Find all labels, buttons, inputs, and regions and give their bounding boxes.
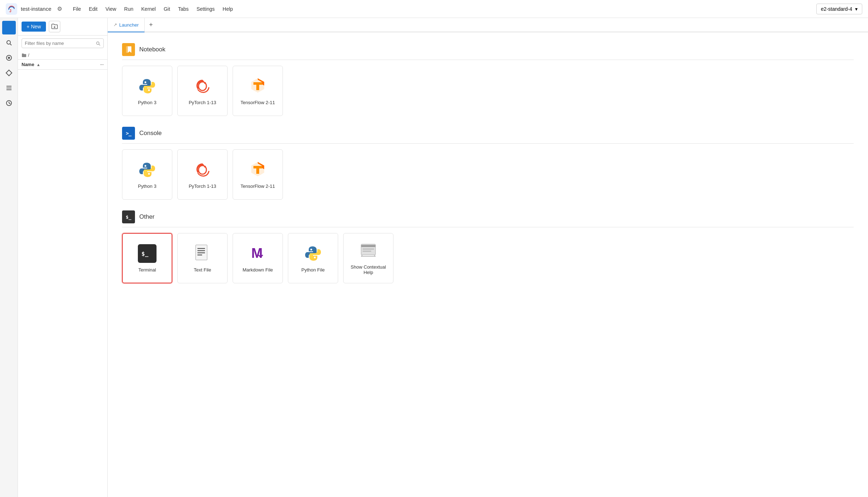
other-section-title: Other [139, 213, 155, 220]
contextual-help-icon [359, 241, 378, 260]
folder-plus-icon [51, 23, 58, 30]
menu-git[interactable]: Git [160, 5, 174, 13]
search-icon [96, 41, 101, 46]
card-terminal[interactable]: $_ Terminal [122, 233, 172, 283]
markdown-icon: M [248, 244, 267, 263]
menu-run[interactable]: Run [121, 5, 137, 13]
icon-sidebar [0, 18, 18, 497]
running-icon [5, 54, 13, 61]
textfile-logo [194, 244, 211, 263]
clock-icon [5, 99, 13, 107]
section-notebook-header: Notebook [122, 43, 854, 60]
notebook-cards: Python 3 [122, 66, 854, 116]
svg-point-21 [204, 82, 206, 84]
breadcrumb-path: / [28, 52, 29, 58]
card-tensorflow-notebook[interactable]: TensorFlow 2-11 [233, 66, 283, 116]
sidebar-item-git[interactable] [2, 66, 16, 80]
svg-line-3 [10, 44, 11, 45]
menu-help[interactable]: Help [219, 5, 237, 13]
tensorflow-console-icon [248, 161, 267, 179]
svg-rect-39 [363, 249, 374, 250]
git-icon [5, 69, 13, 76]
menu-edit[interactable]: Edit [85, 5, 101, 13]
card-tensorflow-console[interactable]: TensorFlow 2-11 [233, 149, 283, 200]
tab-launcher[interactable]: ↗ Launcher [108, 18, 145, 32]
menu-settings[interactable]: Settings [193, 5, 218, 13]
svg-point-5 [8, 57, 10, 59]
tab-add-button[interactable]: + [145, 18, 157, 32]
sidebar-item-running[interactable] [2, 51, 16, 65]
menu-tabs[interactable]: Tabs [174, 5, 192, 13]
card-pythonfile[interactable]: Python File [288, 233, 338, 283]
more-actions-icon[interactable]: ··· [100, 62, 104, 67]
instance-select[interactable]: e2-standard-4 ▾ [816, 4, 862, 14]
pytorch-logo-icon [193, 77, 212, 96]
breadcrumb: / [18, 51, 107, 60]
sidebar-item-search[interactable] [2, 36, 16, 50]
new-file-button[interactable]: + New [22, 22, 46, 32]
folder-icon [5, 24, 13, 31]
python3-console-icon [138, 161, 157, 179]
markdown-label: Markdown File [243, 267, 273, 273]
menu-kernel[interactable]: Kernel [138, 5, 159, 13]
sidebar-item-toc[interactable] [2, 81, 16, 95]
file-panel: + New / [18, 18, 108, 497]
menu-file[interactable]: File [69, 5, 85, 13]
name-column-label: Name [22, 62, 34, 67]
search-input[interactable] [25, 41, 94, 46]
main-content: ↗ Launcher + Notebook [108, 18, 868, 497]
card-textfile[interactable]: Text File [177, 233, 228, 283]
python3-nb-icon [138, 77, 157, 96]
other-section-icon: $_ [122, 210, 135, 223]
menu-view[interactable]: View [102, 5, 120, 13]
card-pytorch-notebook[interactable]: PyTorch 1-13 [177, 66, 228, 116]
section-console: >_ Console [122, 127, 854, 200]
console-section-icon: >_ [122, 127, 135, 140]
console-cards: Python 3 [122, 149, 854, 200]
card-pytorch-console[interactable]: PyTorch 1-13 [177, 149, 228, 200]
card-python3-notebook[interactable]: Python 3 [122, 66, 172, 116]
file-panel-toolbar: + New [18, 18, 107, 36]
svg-rect-17 [126, 46, 128, 53]
sidebar-item-history[interactable] [2, 96, 16, 110]
svg-rect-38 [361, 245, 375, 247]
console-section-title: Console [139, 130, 162, 137]
logo-area: J test-instance ⚙ [6, 3, 62, 15]
section-other: $_ Other $_ Terminal [122, 210, 854, 283]
tensorflow-nb-label: TensorFlow 2-11 [241, 100, 275, 105]
tensorflow-nb-icon [248, 77, 267, 96]
terminal-label: Terminal [138, 267, 156, 273]
tensorflow-console-label: TensorFlow 2-11 [241, 184, 275, 189]
toc-icon [5, 84, 13, 92]
card-contextual-help[interactable]: Show Contextual Help [343, 233, 393, 283]
pytorch-console-label: PyTorch 1-13 [189, 184, 216, 189]
terminal-dollar-icon: $_ [141, 249, 154, 259]
svg-point-18 [145, 81, 146, 83]
sidebar-item-files[interactable] [2, 21, 16, 34]
card-python3-console[interactable]: Python 3 [122, 149, 172, 200]
sort-icon: ▲ [36, 62, 40, 67]
card-markdown[interactable]: M Markdown File [233, 233, 283, 283]
new-button-label: New [31, 24, 41, 29]
contextual-help-label: Show Contextual Help [344, 264, 393, 275]
file-list-header[interactable]: Name ▲ ··· [18, 60, 107, 70]
terminal-icon-bg: $_ [138, 244, 157, 263]
app-logo: J [6, 3, 17, 15]
add-tab-icon: + [149, 21, 153, 29]
pythonfile-logo [304, 244, 322, 263]
svg-line-16 [99, 44, 100, 45]
pythonfile-label: Python File [301, 267, 325, 273]
help-logo [359, 241, 378, 260]
svg-rect-0 [6, 3, 17, 15]
search-bar[interactable] [22, 38, 104, 48]
new-folder-button[interactable] [49, 21, 60, 32]
terminal-icon: $_ [138, 244, 157, 263]
settings-icon[interactable]: ⚙ [57, 5, 62, 12]
main-layout: + New / [0, 18, 868, 497]
tensorflow-logo-icon [248, 77, 267, 96]
section-other-header: $_ Other [122, 210, 854, 227]
svg-marker-6 [6, 70, 12, 76]
python-logo-icon [138, 77, 157, 96]
pytorch-nb-label: PyTorch 1-13 [189, 100, 216, 105]
svg-point-36 [314, 256, 316, 258]
